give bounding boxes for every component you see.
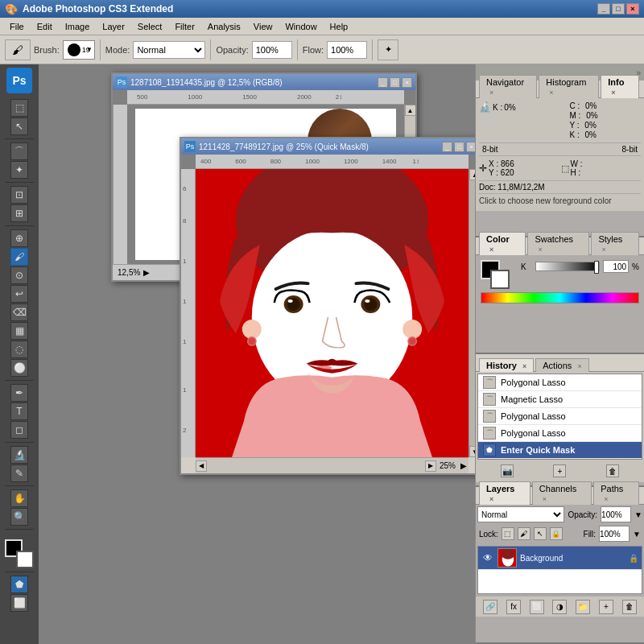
airbrush-btn[interactable]: ✦ <box>378 39 398 60</box>
tool-gradient[interactable]: ▦ <box>10 322 28 340</box>
history-new-btn[interactable]: + <box>553 464 566 477</box>
tool-history-brush[interactable]: ↩ <box>10 285 28 303</box>
scrollbar-h-2[interactable]: ◀ ▶ 25% ▶ <box>196 457 469 473</box>
fill-arrow[interactable]: ▼ <box>633 530 641 539</box>
layer-item-background[interactable]: 👁 Background 🔒 <box>478 547 642 570</box>
blend-mode-select[interactable]: Normal <box>477 506 564 522</box>
menu-filter[interactable]: Filter <box>168 20 200 33</box>
menu-select[interactable]: Select <box>131 20 169 33</box>
tab-styles[interactable]: Styles × <box>591 232 639 255</box>
layer-new-btn[interactable]: + <box>599 600 613 614</box>
tab-info[interactable]: Info × <box>601 75 639 98</box>
k-value-input[interactable] <box>603 260 629 273</box>
color-bg-square[interactable] <box>490 270 510 289</box>
doc-titlebar-2[interactable]: Ps 1211428_77489127.jpg @ 25% (Quick Mas… <box>181 138 475 155</box>
minimize-button[interactable]: _ <box>597 3 610 14</box>
tool-magic-wand[interactable]: ✦ <box>10 161 28 179</box>
doc-close-1[interactable]: × <box>402 77 412 88</box>
doc-min-2[interactable]: _ <box>442 142 452 152</box>
tool-brush[interactable]: 🖌 <box>10 248 28 266</box>
tool-eyedropper[interactable]: 🔬 <box>10 446 28 464</box>
close-info-tab[interactable]: × <box>611 89 615 97</box>
tab-navigator[interactable]: Navigator × <box>479 75 537 98</box>
layer-delete-btn[interactable]: 🗑 <box>622 600 637 614</box>
menu-image[interactable]: Image <box>59 20 97 33</box>
tab-layers[interactable]: Layers × <box>479 481 530 505</box>
opacity-input[interactable] <box>601 506 631 522</box>
brush-size-display[interactable]: 19 ▼ <box>63 40 95 60</box>
history-item-5[interactable]: ⬟ Enter Quick Mask <box>478 442 642 459</box>
tool-slice[interactable]: ⊞ <box>10 204 28 222</box>
tool-eraser[interactable]: ⌫ <box>10 303 28 321</box>
history-delete-btn[interactable]: 🗑 <box>606 464 619 477</box>
layer-adjustment-btn[interactable]: ◑ <box>552 600 567 614</box>
doc-titlebar-1[interactable]: Ps 1287108_11914435.jpg @ 12,5% (RGB/8) … <box>113 74 415 90</box>
lock-position-btn[interactable]: ↖ <box>534 527 547 540</box>
tool-text[interactable]: T <box>10 402 28 420</box>
opacity-arrow[interactable]: ▼ <box>634 510 642 519</box>
menu-analysis[interactable]: Analysis <box>201 20 247 33</box>
scroll-up-1[interactable]: ▲ <box>405 105 416 116</box>
tab-swatches[interactable]: Swatches × <box>527 232 589 255</box>
close-swatches-tab[interactable]: × <box>538 246 542 254</box>
k-slider[interactable] <box>535 262 600 271</box>
color-spectrum-bar[interactable] <box>481 292 639 303</box>
doc-min-1[interactable]: _ <box>378 77 388 88</box>
scroll-up-2[interactable]: ▲ <box>469 169 475 180</box>
doc-max-1[interactable]: □ <box>390 77 400 88</box>
menu-view[interactable]: View <box>247 20 279 33</box>
tool-shape[interactable]: ◻ <box>10 421 28 439</box>
doc-max-2[interactable]: □ <box>454 142 464 152</box>
close-button[interactable]: × <box>626 3 639 14</box>
tool-blur[interactable]: ◌ <box>10 341 28 358</box>
close-layers-tab[interactable]: × <box>489 495 493 503</box>
close-styles-tab[interactable]: × <box>601 246 605 254</box>
scroll-right-2[interactable]: ▶ <box>425 460 436 472</box>
doc-info-icon-2[interactable]: ▶ <box>459 461 469 470</box>
history-item-2[interactable]: ⌒ Magnetic Lasso <box>478 391 642 408</box>
tab-paths[interactable]: Paths × <box>593 481 639 505</box>
tool-crop[interactable]: ⊡ <box>10 186 28 204</box>
close-color-tab[interactable]: × <box>489 246 493 254</box>
history-item-3[interactable]: ⌒ Polygonal Lasso <box>478 408 642 425</box>
close-actions-tab[interactable]: × <box>577 362 581 370</box>
menu-file[interactable]: File <box>3 20 31 33</box>
scroll-down-2[interactable]: ▼ <box>469 446 475 457</box>
close-paths-tab[interactable]: × <box>604 495 608 503</box>
tool-hand[interactable]: ✋ <box>10 489 28 507</box>
history-snapshot-btn[interactable]: 📷 <box>501 464 514 477</box>
maximize-button[interactable]: □ <box>612 3 625 14</box>
tool-clone-stamp[interactable]: ⊙ <box>10 266 28 284</box>
close-history-tab[interactable]: × <box>522 362 526 370</box>
menu-layer[interactable]: Layer <box>96 20 131 33</box>
brush-preset-btn[interactable]: 🖌 <box>5 39 31 60</box>
layer-mask-btn[interactable]: ⬜ <box>530 600 544 614</box>
doc-close-2[interactable]: × <box>466 142 475 152</box>
tool-lasso[interactable]: ⌒ <box>10 142 28 160</box>
layer-fx-btn[interactable]: fx <box>506 600 521 614</box>
tab-histogram[interactable]: Histogram × <box>539 75 599 98</box>
close-channels-tab[interactable]: × <box>543 495 547 503</box>
close-histogram-tab[interactable]: × <box>549 89 553 97</box>
history-item-4[interactable]: ⌒ Polygonal Lasso <box>478 425 642 442</box>
lock-transparent-btn[interactable]: ⬚ <box>502 527 514 540</box>
close-navigator-tab[interactable]: × <box>489 89 493 97</box>
tool-screen-mode[interactable]: ⬜ <box>10 594 28 612</box>
mode-select[interactable]: Normal <box>133 41 205 59</box>
menu-help[interactable]: Help <box>324 20 355 33</box>
tool-move[interactable]: ↖ <box>10 118 28 135</box>
layer-visibility-background[interactable]: 👁 <box>481 551 494 564</box>
tab-actions[interactable]: Actions × <box>535 358 588 372</box>
tool-quick-mask[interactable]: ⬟ <box>10 576 28 593</box>
tab-history[interactable]: History × <box>479 358 534 372</box>
lock-image-btn[interactable]: 🖌 <box>518 527 530 540</box>
opacity-input[interactable] <box>252 41 292 59</box>
background-color[interactable] <box>16 551 34 568</box>
scroll-track-v-2[interactable] <box>469 180 475 446</box>
tool-rectangular-marquee[interactable]: ⬚ <box>10 99 28 117</box>
menu-edit[interactable]: Edit <box>31 20 59 33</box>
tool-notes[interactable]: ✎ <box>10 464 28 482</box>
tab-channels[interactable]: Channels × <box>532 481 592 505</box>
fill-input[interactable] <box>599 526 630 542</box>
tool-dodge[interactable]: ⚪ <box>10 359 28 377</box>
